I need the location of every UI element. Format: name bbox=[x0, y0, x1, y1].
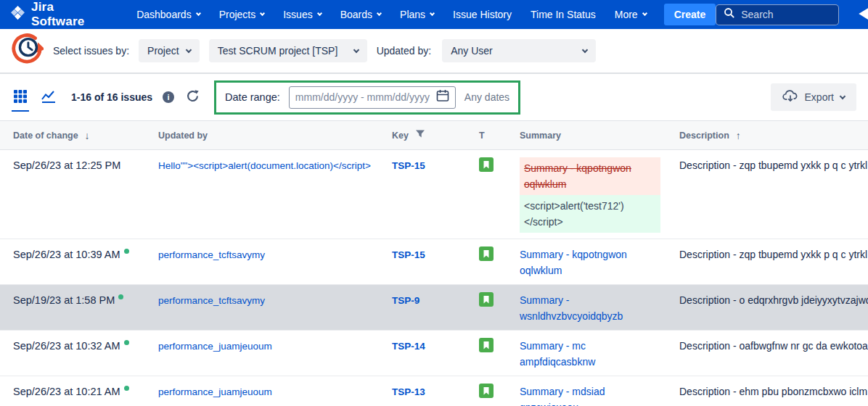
sort-desc-icon[interactable] bbox=[85, 130, 90, 141]
date-of-change-cell: Sep/26/23 at 10:21 AM bbox=[0, 376, 145, 406]
any-dates-label[interactable]: Any dates bbox=[464, 91, 509, 103]
table-row[interactable]: Sep/26/23 at 10:39 AM performance_tcftsa… bbox=[0, 239, 868, 285]
info-icon[interactable] bbox=[163, 91, 174, 103]
summary-cell: Summary - wsnldhvzbvcyoidqbyzb bbox=[507, 285, 666, 331]
summary-cell: Summary - mc ampfdiqcasbknw bbox=[507, 331, 666, 376]
chevron-down-icon bbox=[642, 11, 647, 16]
issues-table: Date of change Updated by Key T Summary … bbox=[0, 120, 868, 406]
issue-key-link[interactable]: TSP-13 bbox=[392, 386, 425, 397]
issue-history-app-logo bbox=[10, 33, 44, 69]
col-description: Description bbox=[666, 121, 868, 150]
nav-item-plans[interactable]: Plans bbox=[400, 9, 434, 20]
nav-item-issue-history[interactable]: Issue History bbox=[453, 9, 512, 20]
nav-item-issues[interactable]: Issues bbox=[283, 9, 321, 20]
summary-added-text: <script>alert('test712') </script> bbox=[520, 195, 660, 233]
story-type-icon bbox=[479, 292, 494, 311]
chevron-down-icon bbox=[840, 93, 846, 99]
nav-item-label: Dashboards bbox=[136, 9, 192, 20]
chevron-down-icon bbox=[353, 46, 359, 52]
jira-brand[interactable]: Jira Software bbox=[10, 0, 110, 29]
chevron-down-icon bbox=[317, 11, 322, 16]
table-row-highlighted[interactable]: Sep/19/23 at 1:58 PM performance_tcftsav… bbox=[0, 285, 868, 331]
filter-funnel-icon[interactable] bbox=[415, 129, 425, 141]
chevron-down-icon bbox=[377, 11, 382, 16]
line-chart-icon bbox=[41, 89, 57, 106]
col-summary: Summary bbox=[507, 121, 666, 150]
updated-by-link[interactable]: Hello""><script>alert(document.location)… bbox=[158, 160, 371, 171]
nav-item-label: Issues bbox=[283, 9, 312, 20]
summary-link[interactable]: Summary - mc ampfdiqcasbknw bbox=[520, 340, 595, 368]
calendar-icon[interactable] bbox=[436, 89, 449, 105]
jira-logo-icon bbox=[10, 5, 25, 24]
table-row[interactable]: Sep/26/23 at 10:21 AM performance_juamje… bbox=[0, 376, 868, 406]
updated-by-label: Updated by: bbox=[377, 45, 432, 57]
nav-item-boards[interactable]: Boards bbox=[340, 9, 381, 20]
chart-view-button[interactable] bbox=[39, 88, 58, 107]
description-cell: Description - zqp tbupemd yxkk p q c ytr… bbox=[666, 239, 868, 285]
chevron-down-icon bbox=[260, 11, 265, 16]
col-updated-by: Updated by bbox=[145, 121, 379, 150]
updated-by-dropdown[interactable]: Any User bbox=[442, 39, 596, 62]
story-type-icon bbox=[479, 338, 494, 357]
nav-item-time-in-status[interactable]: Time In Status bbox=[531, 9, 596, 20]
summary-link[interactable]: Summary - kqpotngwon oqlwklum bbox=[520, 249, 627, 276]
nav-item-more[interactable]: More bbox=[615, 9, 647, 20]
issue-key-link[interactable]: TSP-14 bbox=[392, 341, 425, 352]
date-of-change-cell: Sep/26/23 at 10:39 AM bbox=[0, 239, 145, 285]
search-input[interactable] bbox=[741, 9, 831, 20]
grid-view-icon bbox=[13, 89, 28, 106]
story-type-icon bbox=[479, 384, 494, 402]
issues-toolbar: 1-16 of 16 issues Date range: Any dates bbox=[0, 74, 868, 120]
project-dropdown[interactable]: Test SCRUM project [TSP] bbox=[209, 39, 367, 62]
global-search[interactable] bbox=[716, 4, 839, 25]
chevron-down-icon bbox=[430, 11, 435, 16]
date-range-label: Date range: bbox=[225, 91, 280, 103]
issue-key-link[interactable]: TSP-15 bbox=[392, 160, 425, 171]
description-cell: Description - o edqrxhrgvb jdeiyyxytvzaj… bbox=[666, 285, 868, 331]
updated-by-link[interactable]: performance_juamjeuoum bbox=[158, 341, 272, 352]
updated-by-link[interactable]: performance_tcftsavymy bbox=[158, 249, 265, 260]
project-value: Test SCRUM project [TSP] bbox=[218, 45, 338, 57]
chevron-down-icon bbox=[582, 46, 588, 52]
updated-by-link[interactable]: performance_tcftsavymy bbox=[158, 295, 265, 306]
unread-dot bbox=[124, 249, 129, 254]
refresh-icon bbox=[186, 89, 200, 105]
story-type-icon bbox=[479, 246, 494, 265]
unread-dot bbox=[118, 294, 123, 299]
brand-name: Jira Software bbox=[31, 0, 110, 29]
updated-by-value: Any User bbox=[451, 45, 493, 57]
export-cloud-icon bbox=[782, 90, 798, 104]
table-view-button[interactable] bbox=[12, 88, 29, 107]
select-by-value: Project bbox=[147, 45, 179, 57]
nav-item-projects[interactable]: Projects bbox=[219, 9, 265, 20]
table-row[interactable]: Sep/26/23 at 10:32 AM performance_juamje… bbox=[0, 331, 868, 376]
issue-key-link[interactable]: TSP-9 bbox=[392, 295, 419, 306]
table-row[interactable]: Sep/26/23 at 12:25 PM Hello""><script>al… bbox=[0, 150, 868, 239]
nav-item-label: Boards bbox=[340, 9, 372, 20]
unread-dot bbox=[124, 386, 129, 391]
refresh-button[interactable] bbox=[184, 88, 201, 107]
nav-item-dashboards[interactable]: Dashboards bbox=[136, 9, 200, 20]
megaphone-icon[interactable] bbox=[856, 4, 868, 25]
export-label: Export bbox=[805, 91, 834, 103]
sort-asc-icon[interactable] bbox=[736, 130, 741, 141]
date-range-filter-group: Date range: Any dates bbox=[214, 80, 520, 115]
date-of-change-cell: Sep/19/23 at 1:58 PM bbox=[0, 285, 145, 331]
date-range-input[interactable] bbox=[295, 91, 430, 103]
summary-link[interactable]: Summary - mdsiad gnzcwjoxeou bbox=[520, 386, 605, 406]
create-button[interactable]: Create bbox=[664, 4, 716, 25]
description-cell: Description - zqp tbupemd yxkk p q c ytr… bbox=[666, 150, 868, 239]
issue-count-text: 1-16 of 16 issues bbox=[71, 91, 152, 103]
filter-bar: Select issues by: Project Test SCRUM pro… bbox=[0, 29, 868, 74]
chevron-down-icon bbox=[196, 11, 201, 16]
select-by-dropdown[interactable]: Project bbox=[139, 39, 200, 62]
date-range-field[interactable] bbox=[289, 86, 456, 109]
col-date-of-change: Date of change bbox=[0, 121, 145, 150]
chevron-down-icon bbox=[185, 46, 191, 52]
description-cell: Description - ehm pbu pbonzmcbxwo iclm bbox=[666, 376, 868, 406]
updated-by-link[interactable]: performance_juamjeuoum bbox=[158, 386, 272, 397]
unread-dot bbox=[124, 340, 129, 345]
summary-link[interactable]: Summary - wsnldhvzbvcyoidqbyzb bbox=[520, 294, 623, 322]
issue-key-link[interactable]: TSP-15 bbox=[392, 249, 425, 260]
export-button[interactable]: Export bbox=[771, 83, 856, 111]
